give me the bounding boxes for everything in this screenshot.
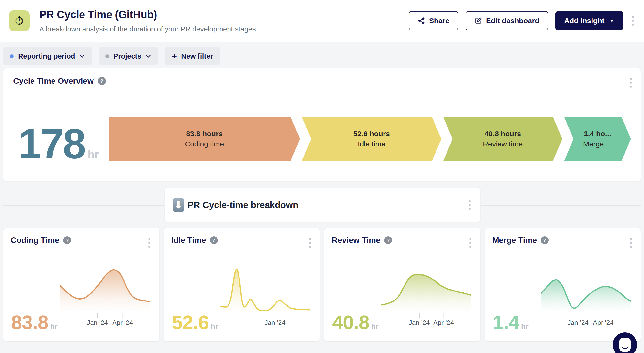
- cycle-time-funnel: 178 hr 83.8 hours Coding time 52.6 hours…: [13, 117, 631, 161]
- review-time-unit: hr: [371, 322, 379, 331]
- breakdown-divider: ⬇ PR Cycle-time breakdown: [3, 188, 641, 222]
- coding-time-card: Coding Time ? Jan '24Apr '24 83.8 hr: [3, 228, 160, 341]
- segment-value: 40.8 hours: [484, 130, 521, 138]
- share-icon: [418, 17, 425, 24]
- plus-icon: +: [172, 52, 177, 60]
- x-axis-tick: Apr '24: [593, 313, 614, 327]
- merge-time-card-menu[interactable]: [628, 236, 633, 249]
- coding-time-title: Coding Time: [11, 236, 59, 245]
- projects-label: Projects: [114, 52, 141, 60]
- filter-dot-icon: [106, 54, 109, 58]
- funnel-segment-idle: 52.6 hours Idle time: [302, 117, 442, 161]
- reporting-period-label: Reporting period: [18, 52, 75, 60]
- share-button[interactable]: Share: [409, 11, 458, 30]
- idle-time-title: Idle Time: [172, 236, 206, 245]
- funnel-segment-review: 40.8 hours Review time: [443, 117, 562, 161]
- edit-icon: [474, 17, 482, 25]
- review-time-title: Review Time: [332, 236, 380, 245]
- edit-dashboard-button[interactable]: Edit dashboard: [466, 11, 548, 30]
- overview-title: Cycle Time Overview: [13, 76, 94, 86]
- funnel-segments: 83.8 hours Coding time 52.6 hours Idle t…: [109, 117, 631, 161]
- chevron-down-icon: ▼: [609, 18, 614, 23]
- merge-time-x-axis: Jan '24Apr '24: [541, 313, 631, 329]
- add-insight-label: Add insight: [564, 16, 604, 25]
- idle-time-unit: hr: [211, 322, 218, 331]
- new-filter-label: New filter: [181, 52, 213, 60]
- filter-bar: Reporting period Projects + New filter: [0, 42, 644, 65]
- review-time-card: Review Time ? Jan '24Apr '24 40.8 hr: [324, 228, 480, 341]
- coding-time-unit: hr: [50, 322, 58, 331]
- coding-time-value: 83.8: [11, 314, 48, 331]
- merge-time-sparkline: [541, 262, 631, 312]
- down-arrow-emoji-icon: ⬇: [173, 198, 184, 212]
- segment-value: 1.4 ho...: [584, 130, 611, 138]
- idle-time-sparkline: [220, 262, 310, 312]
- cycle-time-overview-card: Cycle Time Overview ? 178 hr 83.8 hours …: [3, 68, 641, 182]
- coding-time-card-menu[interactable]: [147, 236, 152, 249]
- merge-time-card: Merge Time ? Jan '24Apr '24 1.4 hr: [485, 228, 641, 341]
- page-title: PR Cycle Time (GitHub): [39, 8, 409, 21]
- help-icon[interactable]: ?: [210, 236, 218, 244]
- help-icon[interactable]: ?: [541, 236, 548, 244]
- breakdown-card-menu[interactable]: [467, 199, 472, 212]
- page-subtitle: A breakdown analysis of the duration of …: [39, 25, 409, 33]
- dashboard-icon: ⏱: [9, 10, 30, 31]
- add-insight-button[interactable]: Add insight ▼: [556, 11, 623, 30]
- chat-bubble-icon: [619, 338, 630, 352]
- coding-time-x-axis: Jan '24Apr '24: [60, 313, 150, 329]
- overview-card-menu[interactable]: [628, 76, 633, 89]
- reporting-period-filter[interactable]: Reporting period: [3, 47, 92, 65]
- idle-time-card: Idle Time ? Jan '24 52.6 hr: [164, 228, 320, 341]
- breakdown-title: PR Cycle-time breakdown: [188, 200, 298, 210]
- help-icon[interactable]: ?: [63, 236, 71, 244]
- metric-cards-row: Coding Time ? Jan '24Apr '24 83.8 hr Idl…: [3, 228, 641, 341]
- idle-time-value: 52.6: [172, 314, 209, 331]
- segment-label: Idle time: [358, 140, 385, 148]
- x-axis-tick: Jan '24: [264, 313, 286, 327]
- segment-value: 52.6 hours: [353, 130, 390, 138]
- segment-label: Merge ...: [583, 140, 612, 148]
- x-axis-tick: Jan '24: [409, 313, 430, 327]
- funnel-segment-merge: 1.4 ho... Merge ...: [564, 117, 631, 161]
- merge-time-title: Merge Time: [492, 236, 537, 245]
- review-time-card-menu[interactable]: [468, 236, 473, 249]
- help-icon[interactable]: ?: [98, 77, 106, 85]
- review-time-x-axis: Jan '24Apr '24: [380, 313, 471, 329]
- idle-time-card-menu[interactable]: [307, 236, 312, 249]
- help-icon[interactable]: ?: [384, 236, 392, 244]
- chevron-down-icon: [80, 54, 85, 58]
- total-cycle-time-unit: hr: [88, 148, 99, 161]
- stopwatch-icon: ⏱: [15, 14, 24, 28]
- coding-time-sparkline: [60, 262, 150, 312]
- filter-dot-icon: [10, 54, 14, 58]
- idle-time-x-axis: Jan '24: [220, 313, 310, 329]
- x-axis-tick: Jan '24: [567, 313, 588, 327]
- dashboard-header: ⏱ PR Cycle Time (GitHub) A breakdown ana…: [0, 0, 644, 42]
- segment-label: Review time: [483, 140, 523, 148]
- merge-time-value: 1.4: [493, 314, 519, 331]
- projects-filter[interactable]: Projects: [99, 47, 158, 65]
- header-overflow-menu[interactable]: [630, 14, 635, 27]
- x-axis-tick: Jan '24: [87, 313, 108, 327]
- total-cycle-time-value: 178: [18, 126, 85, 161]
- new-filter-button[interactable]: + New filter: [165, 47, 220, 65]
- funnel-segment-coding: 83.8 hours Coding time: [109, 117, 300, 161]
- merge-time-unit: hr: [521, 322, 528, 331]
- edit-dashboard-label: Edit dashboard: [486, 16, 539, 25]
- chevron-down-icon: [146, 54, 151, 58]
- x-axis-tick: Apr '24: [433, 313, 454, 327]
- share-label: Share: [429, 16, 449, 25]
- review-time-sparkline: [380, 262, 471, 312]
- x-axis-tick: Apr '24: [112, 313, 133, 327]
- segment-label: Coding time: [185, 140, 224, 148]
- review-time-value: 40.8: [332, 314, 369, 331]
- pr-cycle-time-breakdown-card: ⬇ PR Cycle-time breakdown: [164, 188, 481, 222]
- segment-value: 83.8 hours: [186, 130, 223, 138]
